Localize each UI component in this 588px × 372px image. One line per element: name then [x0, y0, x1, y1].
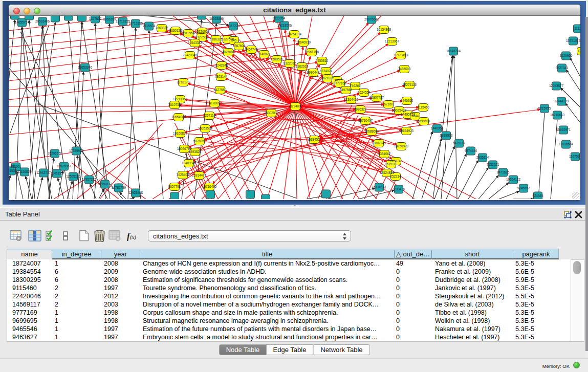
svg-text:18409948: 18409948: [182, 161, 197, 165]
svg-text:8938913: 8938913: [440, 134, 453, 137]
svg-text:13325: 13325: [577, 49, 580, 53]
svg-text:14055724: 14055724: [15, 20, 30, 24]
svg-text:252214: 252214: [390, 174, 401, 178]
svg-text:2935114: 2935114: [476, 156, 489, 159]
svg-text:7515524: 7515524: [143, 24, 156, 28]
svg-text:18640910: 18640910: [296, 40, 311, 44]
svg-text:1440954: 1440954: [431, 126, 444, 130]
svg-text:1527602: 1527602: [89, 17, 102, 20]
svg-text:15716485: 15716485: [202, 185, 217, 188]
svg-text:10958117: 10958117: [98, 182, 112, 186]
svg-text:935001: 935001: [10, 165, 21, 168]
svg-text:1112: 1112: [574, 27, 580, 30]
svg-text:19218506: 19218506: [277, 24, 292, 27]
svg-text:3267110: 3267110: [203, 114, 216, 117]
svg-text:62160: 62160: [384, 102, 393, 106]
svg-text:8427552: 8427552: [214, 88, 227, 92]
svg-text:12942737: 12942737: [36, 171, 51, 174]
svg-text:8454749: 8454749: [245, 48, 258, 51]
svg-text:26206576: 26206576: [48, 151, 62, 155]
svg-text:9990448: 9990448: [307, 71, 320, 74]
svg-text:19166827: 19166827: [173, 132, 188, 135]
svg-text:10807487: 10807487: [369, 96, 384, 99]
svg-text:417006: 417006: [209, 101, 220, 105]
svg-text:12093877: 12093877: [549, 84, 564, 87]
svg-text:1610755: 1610755: [168, 103, 181, 106]
svg-text:2718170: 2718170: [177, 80, 190, 84]
svg-text:16713155: 16713155: [128, 21, 143, 25]
svg-text:16543382: 16543382: [188, 41, 203, 45]
svg-text:12444139: 12444139: [554, 99, 569, 103]
svg-text:20876642: 20876642: [364, 17, 379, 21]
svg-text:13254194: 13254194: [287, 32, 302, 36]
svg-text:9474444: 9474444: [465, 149, 477, 152]
svg-text:15751074: 15751074: [566, 39, 580, 42]
svg-text:1145193: 1145193: [51, 171, 63, 175]
svg-text:10688609: 10688609: [364, 129, 379, 133]
svg-text:8471626: 8471626: [497, 170, 510, 174]
svg-text:10973493: 10973493: [394, 53, 408, 57]
svg-text:8813054: 8813054: [273, 16, 286, 20]
svg-text:19384554: 19384554: [307, 138, 322, 141]
svg-text:19756928: 19756928: [394, 144, 409, 148]
svg-text:2367608: 2367608: [233, 44, 246, 48]
svg-text:9242848: 9242848: [215, 63, 228, 67]
svg-text:16914479: 16914479: [192, 173, 207, 177]
svg-text:17957225: 17957225: [82, 178, 97, 181]
svg-text:546: 546: [231, 38, 237, 42]
svg-text:7955812: 7955812: [316, 59, 329, 62]
svg-text:1733426: 1733426: [393, 187, 405, 191]
svg-text:8215955: 8215955: [538, 106, 551, 110]
svg-text:9129966: 9129966: [560, 54, 573, 57]
svg-text:991535: 991535: [9, 169, 17, 172]
svg-text:7625402: 7625402: [177, 173, 189, 177]
svg-text:9115460: 9115460: [417, 105, 430, 109]
svg-text:17359928: 17359928: [69, 149, 84, 152]
svg-text:8322037: 8322037: [284, 61, 296, 65]
svg-text:10025433: 10025433: [392, 108, 407, 112]
svg-text:16210643: 16210643: [550, 113, 565, 117]
svg-text:12213967: 12213967: [385, 39, 400, 43]
svg-text:20691406: 20691406: [35, 19, 50, 23]
svg-text:7485003: 7485003: [398, 67, 411, 71]
svg-text:13524851: 13524851: [380, 171, 395, 174]
svg-text:7663822: 7663822: [156, 26, 168, 30]
svg-text:9657791: 9657791: [168, 185, 181, 188]
svg-text:10654985: 10654985: [171, 115, 186, 119]
svg-text:21364436: 21364436: [344, 98, 359, 101]
svg-text:15136141: 15136141: [372, 185, 387, 189]
svg-text:5493822: 5493822: [189, 150, 202, 154]
svg-text:15353594: 15353594: [198, 126, 213, 130]
svg-text:1621022: 1621022: [321, 76, 334, 80]
svg-text:16648784: 16648784: [446, 49, 461, 53]
svg-text:8660124: 8660124: [169, 29, 182, 32]
svg-text:12505115: 12505115: [66, 174, 80, 178]
svg-text:3624554: 3624554: [358, 91, 371, 94]
svg-text:16782759: 16782759: [112, 186, 126, 189]
svg-text:18807249: 18807249: [372, 141, 386, 145]
svg-text:12275115: 12275115: [402, 83, 417, 86]
svg-text:15692971: 15692971: [556, 128, 571, 132]
svg-text:5844: 5844: [411, 114, 419, 118]
svg-text:924565: 924565: [532, 194, 543, 198]
svg-text:18724007: 18724007: [288, 104, 303, 108]
svg-text:19654923: 19654923: [399, 129, 414, 133]
svg-text:7803144: 7803144: [215, 75, 228, 78]
svg-text:12923468: 12923468: [128, 191, 143, 194]
svg-text:5878352: 5878352: [193, 139, 206, 143]
svg-text:23053346: 23053346: [78, 65, 93, 69]
svg-text:8912954: 8912954: [182, 31, 195, 35]
svg-text:16961758: 16961758: [304, 50, 319, 54]
svg-text:9146821: 9146821: [258, 52, 271, 56]
svg-text:25302033: 25302033: [264, 111, 279, 115]
svg-text:6734024: 6734024: [320, 69, 333, 73]
svg-text:11156829: 11156829: [17, 170, 32, 173]
svg-text:6497568: 6497568: [340, 88, 353, 92]
svg-text:8186323: 8186323: [210, 37, 223, 41]
svg-text:7632621: 7632621: [487, 163, 499, 166]
svg-text:10654122: 10654122: [506, 178, 521, 181]
svg-text:12213369: 12213369: [173, 97, 188, 101]
svg-text:16154808: 16154808: [377, 28, 391, 31]
svg-text:22420046: 22420046: [183, 53, 198, 57]
svg-text:15226058: 15226058: [195, 30, 210, 33]
